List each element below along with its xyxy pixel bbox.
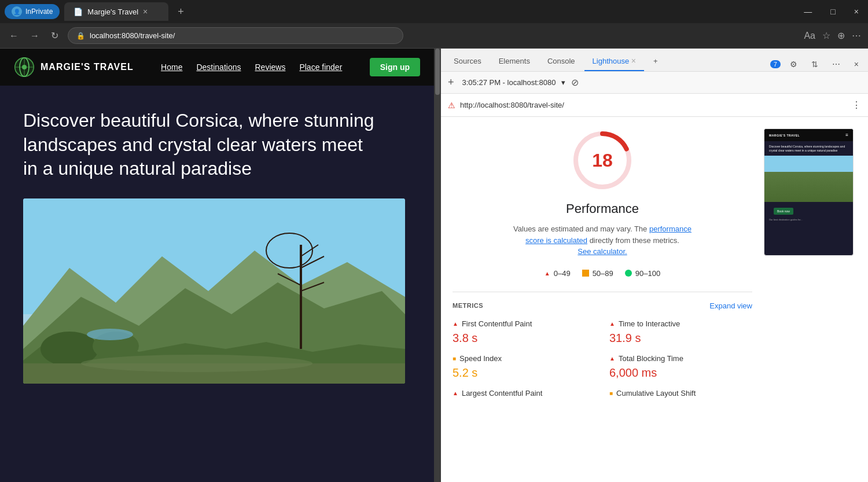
thumb-image <box>764 156 853 202</box>
metric-lcp-label-row: ▲ Largest Contentful Paint <box>453 389 595 398</box>
legend-orange-icon <box>582 270 589 277</box>
metric-fcp-label-row: ▲ First Contentful Paint <box>453 319 595 328</box>
nav-place-finder[interactable]: Place finder <box>299 62 342 72</box>
devtools-connect-icon[interactable]: ⇅ <box>807 57 823 71</box>
thumb-menu-icon: ≡ <box>845 133 848 138</box>
metric-tbt-label-row: ▲ Total Blocking Time <box>609 354 752 363</box>
metric-tbt-label: Total Blocking Time <box>619 354 683 363</box>
devtools-url: http://localhost:8080/travel-site/ <box>460 101 847 109</box>
calculator-link[interactable]: See calculator. <box>578 247 627 256</box>
title-bar: 👤 InPrivate 📄 Margie's Travel × + — □ × <box>0 0 868 23</box>
nav-reviews[interactable]: Reviews <box>255 62 285 72</box>
url-security-icon: ⚠ <box>448 101 455 110</box>
score-circle: 18 <box>571 128 634 192</box>
site-logo: MARGIE'S TRAVEL <box>14 57 134 78</box>
devtools-settings-icon[interactable]: ⚙ <box>785 57 802 71</box>
scroll-thumb[interactable] <box>435 49 440 95</box>
thumb-cta: Book now <box>774 208 793 215</box>
metric-tti-label: Time to Interactive <box>619 319 680 328</box>
metric-tti: ▲ Time to Interactive 31.9 s <box>609 319 752 345</box>
minimize-button[interactable]: — <box>799 5 816 19</box>
devtools-toolbar: + 3:05:27 PM - localhost:8080 ▾ ⊘ <box>441 72 868 94</box>
browser-tab[interactable]: 📄 Margie's Travel × <box>64 2 168 21</box>
legend-green-label: 90–100 <box>635 269 660 278</box>
metric-si-value: 5.2 s <box>453 366 595 380</box>
metric-fcp-value: 3.8 s <box>453 332 595 345</box>
metric-si: ■ Speed Index 5.2 s <box>453 354 595 380</box>
metric-cls-label: Cumulative Layout Shift <box>616 389 696 398</box>
description-text-1: Values are estimated and may vary. The <box>513 225 647 233</box>
main-area: MARGIE'S TRAVEL Home Destinations Review… <box>0 49 868 482</box>
metrics-header: METRICS Expand view <box>453 301 752 310</box>
window-controls: — □ × <box>799 5 863 19</box>
signup-button[interactable]: Sign up <box>370 58 420 76</box>
metric-cls-icon: ■ <box>609 390 613 396</box>
more-icon[interactable]: ⋯ <box>852 30 861 41</box>
thumb-cta-area: Book now Our best destination guides for… <box>764 202 853 223</box>
tab-close-button[interactable]: × <box>143 7 148 16</box>
site-nav-links: Home Destinations Reviews Place finder <box>161 62 342 72</box>
tab-sources[interactable]: Sources <box>446 52 490 71</box>
add-session-button[interactable]: + <box>448 76 454 89</box>
scroll-divider <box>434 49 441 482</box>
devtools-close-icon[interactable]: × <box>849 57 863 71</box>
tab-elements[interactable]: Elements <box>491 52 538 71</box>
legend-orange-label: 50–89 <box>593 269 613 278</box>
metric-lcp-label: Largest Contentful Paint <box>462 389 542 398</box>
metrics-section: METRICS Expand view ▲ First Contentful P… <box>453 292 752 401</box>
inprivate-label: InPrivate <box>25 8 53 16</box>
new-tab-button[interactable]: + <box>173 3 189 20</box>
landscape-svg <box>23 198 405 384</box>
devtools-tabs: Sources Elements Console Lighthouse × + … <box>441 49 868 72</box>
favorites-icon[interactable]: ☆ <box>822 30 830 41</box>
address-bar-actions: Aa ☆ ⊕ ⋯ <box>804 30 861 41</box>
expand-view-button[interactable]: Expand view <box>709 301 752 310</box>
globe-icon <box>14 57 35 78</box>
session-time: 3:05:27 PM - localhost:8080 <box>462 78 556 87</box>
metric-fcp-icon: ▲ <box>453 321 458 327</box>
nav-home[interactable]: Home <box>161 62 182 72</box>
metric-lcp-icon: ▲ <box>453 390 458 396</box>
score-section: 18 Performance Values are estimated and … <box>453 128 752 257</box>
tab-new[interactable]: + <box>645 52 666 71</box>
collections-icon[interactable]: ⊕ <box>837 30 845 41</box>
metric-tbt-icon: ▲ <box>609 355 615 362</box>
thumb-sub: Our best destination guides for... <box>769 218 848 221</box>
svg-point-22 <box>81 355 312 372</box>
legend-red: ▲ 0–49 <box>545 269 571 278</box>
close-button[interactable]: × <box>849 5 863 19</box>
reader-icon[interactable]: Aa <box>804 31 815 41</box>
dropdown-arrow-icon[interactable]: ▾ <box>561 78 565 87</box>
maximize-button[interactable]: □ <box>826 5 840 19</box>
url-text: localhost:8080/travel-site/ <box>90 31 175 40</box>
devtools-urlbar: ⚠ http://localhost:8080/travel-site/ ⋮ <box>441 94 868 117</box>
metric-lcp: ▲ Largest Contentful Paint <box>453 389 595 401</box>
clear-button[interactable]: ⊘ <box>571 77 579 88</box>
tab-console[interactable]: Console <box>539 52 583 71</box>
address-bar: ← → ↻ 🔒 localhost:8080/travel-site/ Aa ☆… <box>0 23 868 49</box>
browser-window: 👤 InPrivate 📄 Margie's Travel × + — □ × … <box>0 0 868 482</box>
tab-favicon: 📄 <box>73 8 83 16</box>
devtools-more-icon[interactable]: ⋯ <box>827 57 845 71</box>
url-more-button[interactable]: ⋮ <box>852 100 861 111</box>
website-panel: MARGIE'S TRAVEL Home Destinations Review… <box>0 49 434 482</box>
lighthouse-tab-close[interactable]: × <box>631 56 636 65</box>
svg-point-20 <box>87 329 133 340</box>
score-title: Performance <box>453 201 752 216</box>
address-input[interactable]: 🔒 localhost:8080/travel-site/ <box>68 27 403 44</box>
thumb-logo: MARGIE'S TRAVEL <box>769 134 800 137</box>
inprivate-button[interactable]: 👤 InPrivate <box>5 4 60 19</box>
score-number: 18 <box>592 150 613 171</box>
forward-button[interactable]: → <box>28 28 42 43</box>
inprivate-icon: 👤 <box>12 6 22 17</box>
nav-destinations[interactable]: Destinations <box>196 62 241 72</box>
devtools-tab-actions: 7 ⚙ ⇅ ⋯ × <box>770 57 863 71</box>
legend-orange: 50–89 <box>582 269 613 278</box>
legend-green: 90–100 <box>625 269 660 278</box>
tab-lighthouse[interactable]: Lighthouse × <box>584 51 644 71</box>
metric-tti-label-row: ▲ Time to Interactive <box>609 319 752 328</box>
site-hero: Discover beautiful Corsica, where stunni… <box>0 86 434 193</box>
refresh-button[interactable]: ↻ <box>49 28 61 43</box>
metric-cls: ■ Cumulative Layout Shift <box>609 389 752 401</box>
back-button[interactable]: ← <box>7 28 21 43</box>
